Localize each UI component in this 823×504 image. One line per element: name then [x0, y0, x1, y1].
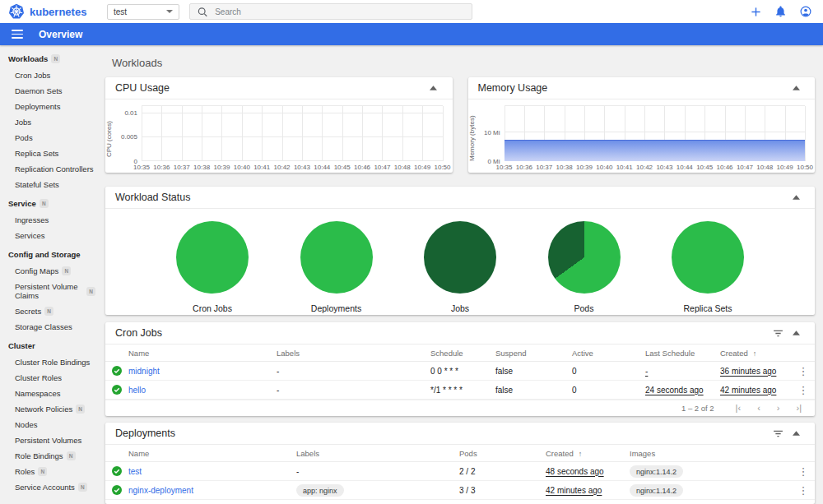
column-header-images[interactable]: Images: [630, 449, 792, 458]
kebab-menu-button[interactable]: ⋮: [792, 365, 815, 377]
x-tick-label: 10:46: [354, 164, 370, 171]
collapse-button[interactable]: [787, 189, 805, 206]
row-name-link[interactable]: midnight: [128, 367, 277, 376]
row-active: 0: [572, 367, 645, 376]
sidebar-item-services[interactable]: Services: [0, 228, 99, 243]
sidebar-item-label: Pods: [15, 133, 33, 142]
notifications-button[interactable]: [775, 6, 786, 17]
sidebar-item-storage-classes[interactable]: Storage Classes: [0, 319, 99, 335]
sidebar-item-label: Persistent Volumes: [15, 436, 81, 445]
row-name-link[interactable]: test: [128, 467, 296, 476]
sidebar-item-service-accounts[interactable]: Service AccountsN: [0, 479, 99, 495]
sidebar-item-stateful-sets[interactable]: Stateful Sets: [0, 177, 99, 192]
x-tick-label: 10:45: [696, 164, 713, 171]
gridline: [242, 106, 243, 161]
gridline: [402, 106, 403, 161]
collapse-button[interactable]: [787, 325, 805, 341]
column-header-last-schedule[interactable]: Last Schedule: [645, 349, 720, 358]
column-header-label: Last Schedule: [645, 349, 695, 358]
sidebar-item-label: Daemon Sets: [15, 86, 63, 95]
sidebar-item-config-maps[interactable]: Config MapsN: [0, 263, 99, 279]
filter-button[interactable]: [769, 325, 787, 341]
chevron-down-icon: [166, 10, 173, 13]
x-tick-label: 10:35: [133, 164, 150, 171]
kebab-menu-button[interactable]: ⋮: [792, 465, 815, 478]
pie-label: Cron Jobs: [193, 303, 232, 313]
sidebar-item-nodes[interactable]: Nodes: [0, 417, 99, 432]
cron-jobs-card-header: Cron Jobs: [105, 322, 815, 344]
workload-status-card: Workload Status Cron JobsDeploymentsJobs…: [105, 187, 815, 315]
create-button[interactable]: [751, 7, 761, 17]
image-chip: nginx:1.14.2: [630, 465, 683, 478]
sidebar-item-persistent-volume-claims[interactable]: Persistent Volume ClaimsN: [0, 279, 99, 303]
sidebar-item-jobs[interactable]: Jobs: [0, 114, 99, 130]
menu-button[interactable]: [12, 30, 23, 38]
sidebar-item-cluster-roles[interactable]: Cluster Roles: [0, 370, 99, 386]
sidebar-section-custom-resource-definitions: Custom Resource Definitions: [0, 495, 99, 504]
memory-usage-card: Memory Usage Memory (bytes)10 Mi0 Mi10:3…: [468, 77, 816, 173]
last-page-button[interactable]: ›|: [796, 404, 802, 413]
sidebar-item-cron-jobs[interactable]: Cron Jobs: [0, 67, 99, 83]
collapse-button[interactable]: [787, 425, 805, 442]
row-labels: -: [296, 467, 459, 476]
sidebar-item-persistent-volumes[interactable]: Persistent Volumes: [0, 432, 99, 448]
sidebar-item-cluster-role-bindings[interactable]: Cluster Role Bindings: [0, 354, 99, 370]
column-header-created[interactable]: Created↑: [546, 449, 630, 458]
filter-button[interactable]: [769, 425, 787, 442]
sidebar-item-secrets[interactable]: SecretsN: [0, 303, 99, 319]
gridline: [504, 132, 806, 132]
column-header-suspend[interactable]: Suspend: [495, 349, 572, 358]
sidebar-item-daemon-sets[interactable]: Daemon Sets: [0, 83, 99, 99]
sidebar-item-deployments[interactable]: Deployments: [0, 99, 99, 114]
column-header-labels[interactable]: Labels: [277, 349, 430, 358]
column-header-active[interactable]: Active: [572, 349, 645, 358]
status-icon-cell: [105, 466, 128, 476]
namespace-value: test: [114, 7, 127, 16]
column-header-labels[interactable]: Labels: [296, 449, 459, 458]
first-page-button[interactable]: |‹: [736, 404, 742, 413]
sidebar-section-text: Workloads: [8, 54, 48, 63]
collapse-button[interactable]: [425, 80, 443, 96]
collapse-button[interactable]: [787, 80, 805, 96]
column-header-created[interactable]: Created↑: [720, 349, 792, 358]
cpu-usage-card: CPU Usage CPU (cores)0.010.005010:3510:3…: [105, 77, 453, 173]
main-content: Workloads CPU Usage CPU (cores)0.010.005…: [99, 45, 823, 504]
gridline: [142, 136, 443, 137]
namespace-selector[interactable]: test: [107, 4, 179, 20]
sidebar-item-network-policies[interactable]: Network PoliciesN: [0, 401, 99, 417]
column-header-name[interactable]: Name: [128, 449, 296, 458]
user-menu-button[interactable]: [800, 6, 811, 17]
kebab-menu-button[interactable]: ⋮: [792, 484, 815, 497]
sidebar-item-role-bindings[interactable]: Role BindingsN: [0, 448, 99, 464]
kubernetes-logo[interactable]: kubernetes: [8, 3, 100, 20]
row-labels: -: [277, 386, 430, 395]
sidebar-section-service: ServiceN: [0, 192, 99, 212]
search-bar[interactable]: [189, 3, 472, 20]
next-page-button[interactable]: ›: [777, 404, 780, 413]
pagination-range: 1 – 2 of 2: [681, 404, 714, 413]
previous-page-button[interactable]: ‹: [757, 404, 760, 413]
search-input[interactable]: [215, 7, 464, 16]
row-suspend: false: [495, 367, 572, 376]
sidebar-item-ingresses[interactable]: Ingresses: [0, 212, 99, 228]
row-name-link[interactable]: hello: [128, 386, 277, 395]
sidebar-item-replica-sets[interactable]: Replica Sets: [0, 146, 99, 161]
row-name-link[interactable]: nginx-deployment: [128, 486, 296, 495]
chevron-up-icon: [793, 86, 800, 90]
sidebar-item-pods[interactable]: Pods: [0, 130, 99, 146]
sidebar-item-roles[interactable]: RolesN: [0, 464, 99, 479]
workload-status-pie-cron-jobs: Cron Jobs: [151, 221, 274, 315]
sidebar-item-namespaces[interactable]: Namespaces: [0, 386, 99, 401]
gridline: [422, 106, 423, 161]
gridline: [302, 106, 303, 161]
namespace-badge: N: [67, 451, 76, 460]
sidebar-item-replication-controllers[interactable]: Replication Controllers: [0, 161, 99, 177]
row-suspend: false: [495, 386, 572, 395]
column-header-pods[interactable]: Pods: [459, 449, 546, 458]
column-header-schedule[interactable]: Schedule: [430, 349, 495, 358]
column-header-name[interactable]: Name: [128, 349, 277, 358]
workload-status-card-header: Workload Status: [105, 187, 815, 209]
kebab-menu-button[interactable]: ⋮: [792, 384, 815, 396]
check-circle-icon: [112, 366, 122, 376]
row-labels-text: -: [296, 467, 299, 476]
